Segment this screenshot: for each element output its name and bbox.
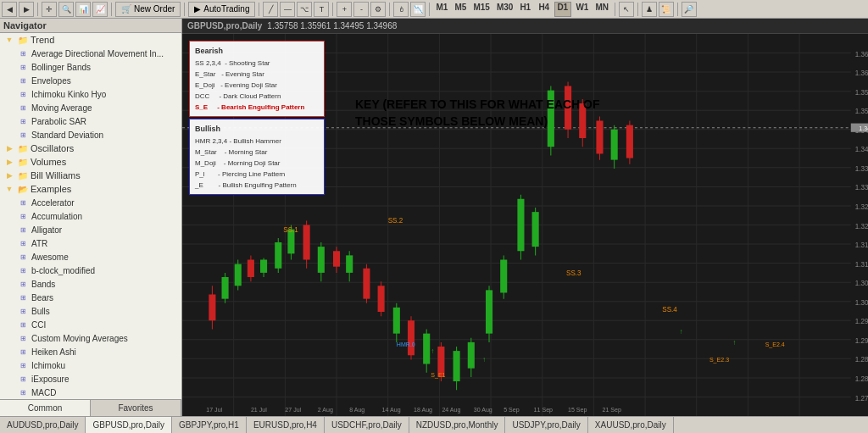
tf-d1[interactable]: D1 (554, 2, 571, 17)
tf-m1[interactable]: M1 (433, 2, 450, 17)
crosshair-btn[interactable]: ✛ (42, 2, 57, 17)
text-tool[interactable]: T (314, 2, 329, 17)
osc-folder-icon: 📁 (18, 144, 28, 153)
nav-item-trend-folder[interactable]: ▼ 📁 Trend (0, 33, 181, 47)
cursor-btn[interactable]: ↖ (619, 2, 634, 17)
tf-h1[interactable]: H1 (517, 2, 534, 17)
nav-item-examples[interactable]: ▼ 📂 Examples (0, 182, 181, 196)
chart-btn[interactable]: 📊 (75, 2, 91, 17)
hline-tool[interactable]: — (280, 2, 295, 17)
nav-item-bulls[interactable]: ⊞ Bulls (0, 304, 181, 318)
nav-item-atr[interactable]: ⊞ ATR (0, 236, 181, 250)
bottom-tab-gbpjpy[interactable]: GBPJPY,pro,H1 (172, 417, 247, 434)
bullish-item-4: P_l - Piercing Line Pattern (195, 169, 319, 180)
nav-item-heiken[interactable]: ⊞ Heiken Ashi (0, 345, 181, 358)
nav-item-cci[interactable]: ⊞ CCI (0, 318, 181, 331)
nav-item-alligator[interactable]: ⊞ Alligator (0, 223, 181, 236)
tf-m30[interactable]: M30 (494, 2, 515, 17)
nav-item-oscillators[interactable]: ▶ 📁 Oscillators (0, 142, 181, 155)
examples-folder-icon: 📂 (18, 185, 28, 194)
nav-item-macd[interactable]: ⊞ MACD (0, 386, 181, 399)
indicator-icon-std: ⊞ (17, 129, 29, 141)
nav-item-volumes[interactable]: ▶ 📁 Volumes (0, 155, 181, 169)
indicator-icon-bb: ⊞ (17, 61, 29, 73)
bullish-item-3: M_Doji - Morning Doji Star (195, 158, 319, 169)
nav-item-parabolic-sar[interactable]: ⊞ Parabolic SAR (0, 114, 181, 128)
tf-mn[interactable]: MN (593, 2, 611, 17)
folder-closed-icon-bill: ▶ (3, 169, 15, 181)
chart-container[interactable]: 1.36840 1.36330 1.35805 1.35295 1.34770 … (182, 34, 868, 416)
nav-item-envelopes[interactable]: ⊞ Envelopes (0, 74, 181, 87)
zoom-btn[interactable]: 🔍 (58, 2, 74, 17)
svg-text:24 Aug: 24 Aug (442, 407, 460, 414)
nav-item-bears[interactable]: ⊞ Bears (0, 291, 181, 304)
footer-tab-common[interactable]: Common (0, 400, 91, 416)
svg-text:17 Jul: 17 Jul (206, 407, 222, 414)
expert-btn[interactable]: ♟ (642, 2, 657, 17)
line-btn[interactable]: 📈 (92, 2, 108, 17)
nav-item-stddev[interactable]: ⊞ Standard Deviation (0, 128, 181, 142)
nav-item-iexposure[interactable]: ⊞ iExposure (0, 372, 181, 386)
autotrading-button[interactable]: ▶ AutoTrading (188, 2, 255, 17)
svg-text:1.30135: 1.30135 (855, 299, 868, 307)
new-order-button[interactable]: 🛒 New Order (115, 2, 181, 17)
chart-type[interactable]: 🕯 (393, 2, 409, 17)
navigator-footer: Common Favorites (0, 399, 181, 416)
nav-item-ichimoku2[interactable]: ⊞ Ichimoku (0, 358, 181, 372)
zoom-out[interactable]: - (353, 2, 369, 17)
search-btn[interactable]: 🔎 (682, 2, 697, 17)
main-area: Navigator ▼ 📁 Trend ⊞ Average Directiona… (0, 19, 868, 416)
svg-text:↑: ↑ (680, 328, 683, 336)
nav-item-ichimoku[interactable]: ⊞ Ichimoku Kinko Hyo (0, 87, 181, 101)
properties-btn[interactable]: ⚙ (370, 2, 386, 17)
bottom-tab-nzdusd[interactable]: NZDUSD,pro,Monthly (409, 417, 506, 434)
svg-rect-83 (408, 320, 415, 355)
nav-btn2[interactable]: ▶ (19, 2, 34, 17)
svg-text:1.36840: 1.36840 (855, 51, 868, 58)
legend-bearish: Bearish SS 2,3,4 - Shooting Star E_Star … (189, 41, 325, 117)
line-tool[interactable]: ╱ (263, 2, 278, 17)
nav-item-bclock[interactable]: ⊞ b-clock_modified (0, 264, 181, 277)
tf-w1[interactable]: W1 (573, 2, 591, 17)
fib-tool[interactable]: ⌥ (297, 2, 312, 17)
nav-item-accumulation[interactable]: ⊞ Accumulation (0, 209, 181, 223)
tf-h4[interactable]: H4 (536, 2, 553, 17)
svg-rect-89 (453, 351, 460, 381)
zoom-in[interactable]: + (337, 2, 352, 17)
svg-text:1.32190: 1.32190 (855, 223, 868, 230)
nav-item-bill[interactable]: ▶ 📁 Bill Williams (0, 169, 181, 182)
svg-text:1.29100: 1.29100 (855, 337, 868, 345)
svg-rect-55 (209, 295, 215, 321)
svg-text:2 Aug: 2 Aug (318, 407, 333, 414)
bottom-tab-xauusd[interactable]: XAUUSD,pro,Daily (588, 417, 674, 434)
bearish-title: Bearish (195, 45, 319, 57)
tf-m5[interactable]: M5 (452, 2, 469, 17)
indicator-icon-atr: ⊞ (17, 237, 29, 249)
tf-m15[interactable]: M15 (470, 2, 492, 17)
bottom-tab-eurusd[interactable]: EURUSD,pro,H4 (247, 417, 325, 434)
nav-btn[interactable]: ◀ (2, 2, 17, 17)
nav-item-awesome[interactable]: ⊞ Awesome (0, 250, 181, 264)
bottom-tab-usdjpy[interactable]: USDJPY,pro,Daily (505, 417, 587, 434)
nav-item-custom-ma[interactable]: ⊞ Custom Moving Averages (0, 331, 181, 345)
nav-item-accelerator[interactable]: ⊞ Accelerator (0, 196, 181, 209)
indicators-btn[interactable]: 📉 (410, 2, 426, 17)
svg-text:1.35805: 1.35805 (855, 89, 868, 97)
nav-item-bollinger[interactable]: ⊞ Bollinger Bands (0, 60, 181, 74)
nav-item-adm[interactable]: ⊞ Average Directional Movement In... (0, 47, 181, 60)
bottom-tab-gbpusd[interactable]: GBPUSD,pro,Daily (86, 417, 171, 434)
svg-text:21 Jul: 21 Jul (251, 407, 267, 414)
nav-item-bands[interactable]: ⊞ Bands (0, 277, 181, 291)
script-btn[interactable]: 📜 (659, 2, 674, 17)
svg-rect-63 (260, 260, 267, 273)
footer-tab-favorites[interactable]: Favorites (91, 400, 181, 416)
bottom-tab-audusd[interactable]: AUDUSD,pro,Daily (0, 417, 86, 434)
indicator-icon-ichi2: ⊞ (17, 359, 29, 371)
svg-rect-73 (333, 251, 340, 266)
svg-text:1.30645: 1.30645 (855, 280, 868, 287)
svg-rect-71 (318, 247, 325, 273)
nav-item-ma[interactable]: ⊞ Moving Average (0, 101, 181, 114)
bottom-tab-usdchf[interactable]: USDCHF,pro,Daily (325, 417, 409, 434)
svg-text:1.36330: 1.36330 (855, 69, 868, 77)
folder-open-icon: ▼ (3, 34, 15, 46)
